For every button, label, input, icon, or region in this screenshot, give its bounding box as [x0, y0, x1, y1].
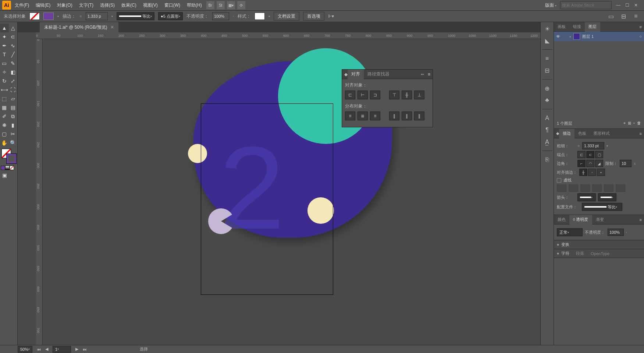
layers-tab[interactable]: 图层 [585, 22, 600, 32]
type-tool[interactable]: T [0, 50, 9, 59]
nav-last-icon[interactable]: ⏭ [83, 347, 87, 352]
dist-right[interactable]: ‖ [414, 112, 424, 120]
paragraph-icon[interactable]: ¶ [543, 126, 552, 134]
doc-setup-button[interactable]: 文档设置 [274, 12, 299, 21]
character-icon[interactable]: A [543, 114, 552, 123]
graph-tool[interactable]: ▮ [9, 121, 18, 130]
profile-select[interactable]: 等比▾ [582, 203, 622, 211]
close-button[interactable]: ✕ [633, 2, 639, 8]
gradient-icon[interactable]: ♣ [543, 96, 552, 105]
menu-window[interactable]: 窗口(W) [161, 1, 183, 10]
blend-mode[interactable]: 正常 ▾ [557, 228, 583, 236]
document-tab[interactable]: 未标题-1.ai* @ 50% (RGB/预览) ✕ [40, 22, 118, 32]
slice-tool[interactable]: ✂ [9, 130, 18, 138]
fill-swatch[interactable] [29, 13, 40, 20]
color-mode-none[interactable] [10, 166, 14, 170]
free-transform-tool[interactable]: ⛶ [9, 85, 18, 94]
direct-selection-tool[interactable]: △ [9, 24, 18, 32]
nav-prev-icon[interactable]: ◀ [45, 347, 48, 352]
panel-menu-icon[interactable]: ≡ [637, 218, 644, 222]
stock-search[interactable] [560, 1, 612, 9]
stroke-align-outside[interactable]: ▪ [597, 169, 605, 176]
opacity-input-2[interactable] [608, 229, 624, 236]
mesh-tool[interactable]: ▦ [0, 103, 9, 112]
locate-icon[interactable]: ⌖ [623, 121, 626, 126]
dist-vcenter[interactable]: ≣ [357, 112, 368, 120]
stroke-profile[interactable]: 等比 ▾ [117, 12, 154, 20]
delete-layer-icon[interactable]: 🗑 [637, 121, 641, 126]
line-tool[interactable]: ╱ [9, 50, 18, 59]
panel-menu-icon[interactable]: ≡ [426, 72, 433, 77]
menu-select[interactable]: 选择(S) [97, 1, 118, 10]
selection-tool[interactable]: ▲ [0, 24, 9, 32]
workspace-switcher[interactable]: 版面 ▾ [542, 1, 559, 10]
menu-type[interactable]: 文字(T) [76, 1, 96, 10]
align-vcenter[interactable]: ╫ [402, 91, 412, 99]
cap-round[interactable]: ⊂ [586, 151, 594, 158]
brushes-icon[interactable]: ≡ [543, 54, 552, 63]
panel-icon-3[interactable]: ≡ [631, 12, 640, 21]
align-right[interactable]: ⊐ [370, 91, 380, 99]
minimize-button[interactable]: — [615, 2, 621, 8]
width-tool[interactable]: ⟷ [0, 85, 9, 94]
magic-wand-tool[interactable]: ✦ [0, 32, 9, 41]
stroke-swatch[interactable] [43, 13, 54, 20]
layer-row[interactable]: 👁 ▸ 图层 1 ○ [554, 32, 644, 41]
artboard-nav[interactable]: 1 ▾ [53, 346, 71, 353]
symbols-icon[interactable]: ⊟ [543, 66, 552, 75]
cap-square[interactable]: ▢ [595, 151, 603, 158]
shape-builder-tool[interactable]: ⬚ [0, 94, 9, 103]
nav-next-icon[interactable]: ▶ [75, 347, 78, 352]
menu-help[interactable]: 帮助(H) [184, 1, 205, 10]
arrow-end[interactable]: ▾ [598, 193, 616, 201]
align-bottom[interactable]: ⊥ [414, 91, 424, 99]
glyphs-icon[interactable]: A̲ [543, 137, 552, 146]
align-hcenter[interactable]: ⊢ [357, 91, 368, 99]
brush-select[interactable]: ● 5 点圆形 ▾ [158, 12, 183, 20]
zoom-select[interactable]: 50% ▾ [18, 346, 32, 353]
canvas[interactable]: 2 [43, 39, 540, 345]
curvature-tool[interactable]: ∿ [9, 41, 18, 50]
tab-close-icon[interactable]: ✕ [110, 25, 114, 30]
pen-tool[interactable]: ✒ [0, 41, 9, 50]
corner-bevel[interactable]: ◢ [595, 160, 603, 167]
stroke-align-inside[interactable]: ▫ [588, 169, 596, 176]
panel-icon-2[interactable]: ⊟ [619, 12, 628, 21]
panel-icon-1[interactable]: ▭ [606, 12, 615, 21]
transform-header[interactable]: ◆变换 [554, 240, 644, 249]
maximize-button[interactable]: ☐ [624, 2, 630, 8]
dash-checkbox[interactable] [557, 178, 561, 183]
shaper-tool[interactable]: ✧ [0, 68, 9, 77]
zoom-tool[interactable]: 🔍 [9, 138, 18, 147]
swatch-tab[interactable]: 色板 [574, 129, 590, 138]
menu-effect[interactable]: 效果(C) [118, 1, 139, 10]
corner-miter[interactable]: ⌐ [577, 160, 586, 167]
color-mode-solid[interactable] [1, 166, 5, 170]
screen-mode-tool[interactable]: ▣ [0, 171, 9, 180]
cap-butt[interactable]: ⊏ [577, 151, 586, 158]
paintbrush-tool[interactable]: ✎ [9, 59, 18, 68]
new-sublayer-icon[interactable]: ⊞ [628, 121, 631, 126]
align-flyout-icon[interactable]: ⊩▾ [328, 14, 334, 19]
arrow-start[interactable]: ▾ [577, 193, 596, 201]
color-tab[interactable]: 颜色 [554, 215, 569, 225]
sync-icon[interactable]: ⟳ [237, 1, 245, 9]
align-top[interactable]: ⊤ [389, 91, 399, 99]
blend-tool[interactable]: ⧉ [9, 112, 18, 121]
menu-object[interactable]: 对象(O) [54, 1, 75, 10]
weight-input[interactable] [582, 142, 604, 149]
color-mode-gradient[interactable] [5, 166, 10, 170]
align-left[interactable]: ⊏ [345, 91, 355, 99]
rotate-tool[interactable]: ↻ [0, 77, 9, 85]
stroke-tab[interactable]: 描边 [559, 129, 574, 138]
hand-tool[interactable]: ✋ [0, 138, 9, 147]
artboard-outline[interactable] [201, 103, 333, 295]
color-guide-icon[interactable]: ☀ [543, 24, 552, 33]
dist-left[interactable]: ‖ [389, 112, 399, 120]
graphicstyles-tab[interactable]: 图形样式 [590, 129, 613, 138]
perspective-tool[interactable]: ▱ [9, 94, 18, 103]
dist-top[interactable]: ≡ [345, 112, 355, 120]
layer-target-icon[interactable]: ○ [639, 34, 642, 39]
export-icon[interactable]: ⎘ [543, 155, 552, 164]
eyedropper-tool[interactable]: ✐ [0, 112, 9, 121]
